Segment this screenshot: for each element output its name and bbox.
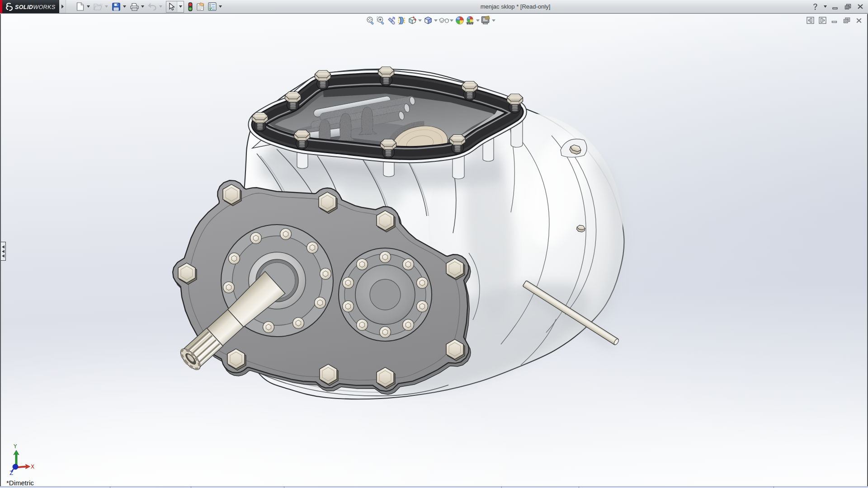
undo-button[interactable] xyxy=(147,1,157,12)
graphics-viewport[interactable]: Y X Z *Dimetric xyxy=(0,14,868,486)
help-button[interactable] xyxy=(810,2,820,12)
view-orientation-dropdown[interactable] xyxy=(417,15,423,26)
status-bar xyxy=(0,486,868,488)
triad-z-axis xyxy=(13,464,18,469)
close-button[interactable] xyxy=(855,2,865,12)
doc-close-button[interactable] xyxy=(854,16,863,24)
select-tool-group xyxy=(166,1,184,13)
new-document-dropdown[interactable] xyxy=(85,1,91,12)
doc-minimize-button[interactable] xyxy=(830,16,839,24)
headsup-toolbar xyxy=(365,14,496,26)
hide-show-items-dropdown[interactable] xyxy=(449,15,454,26)
main-toolbar xyxy=(75,0,225,13)
save-button[interactable] xyxy=(111,1,121,12)
chevron-left-icon xyxy=(2,250,5,253)
document-title: menjac sklop * [Read-only] xyxy=(432,0,599,13)
display-style-button[interactable] xyxy=(423,15,433,26)
gearbox-model[interactable] xyxy=(1,14,868,486)
reference-triad: Y X Z xyxy=(9,443,44,478)
solidworks-logo-icon: SOLIDWORKS xyxy=(4,2,57,12)
bearing-cover xyxy=(339,248,432,341)
svg-text:SOLIDWORKS: SOLIDWORKS xyxy=(15,4,56,10)
undo-dropdown[interactable] xyxy=(158,1,164,12)
pane-toggle-right-button[interactable] xyxy=(818,16,827,24)
view-settings-dropdown[interactable] xyxy=(491,15,496,26)
open-dropdown[interactable] xyxy=(104,1,109,12)
triad-y-label: Y xyxy=(13,443,17,450)
title-bar: SOLIDWORKS xyxy=(0,0,868,14)
document-window-controls xyxy=(806,16,863,24)
apply-scene-dropdown[interactable] xyxy=(475,15,481,26)
save-dropdown[interactable] xyxy=(122,1,127,12)
hide-show-items-button[interactable] xyxy=(439,15,449,26)
view-orientation-label: *Dimetric xyxy=(6,479,34,486)
minimize-button[interactable] xyxy=(830,2,840,12)
print-button[interactable] xyxy=(129,1,139,12)
restore-button[interactable] xyxy=(843,2,853,12)
options-dropdown[interactable] xyxy=(217,1,223,12)
select-tool-button[interactable] xyxy=(167,1,177,12)
previous-view-button[interactable] xyxy=(386,15,396,26)
file-properties-button[interactable] xyxy=(196,1,206,12)
zoom-to-area-button[interactable] xyxy=(376,15,386,26)
help-dropdown[interactable] xyxy=(823,2,827,12)
solidworks-logo: SOLIDWORKS xyxy=(2,0,59,13)
print-dropdown[interactable] xyxy=(140,1,146,12)
doc-restore-button[interactable] xyxy=(842,16,851,24)
select-tool-dropdown[interactable] xyxy=(178,1,184,12)
feature-tree-collapsed-tab[interactable] xyxy=(1,242,6,261)
display-style-dropdown[interactable] xyxy=(433,15,439,26)
edit-appearance-button[interactable] xyxy=(454,15,465,26)
window-controls xyxy=(810,0,865,13)
pane-toggle-left-button[interactable] xyxy=(806,16,815,24)
solidworks-window: SOLIDWORKS xyxy=(0,0,868,488)
section-view-button[interactable] xyxy=(396,15,407,26)
triad-x-label: X xyxy=(31,464,34,470)
zoom-to-fit-button[interactable] xyxy=(365,15,376,26)
triad-z-label: Z xyxy=(9,470,13,476)
chevron-left-icon xyxy=(2,254,5,258)
options-button[interactable] xyxy=(207,1,217,12)
apply-scene-button[interactable] xyxy=(465,15,475,26)
chevron-left-icon xyxy=(2,245,5,249)
view-orientation-button[interactable] xyxy=(407,15,417,26)
open-button[interactable] xyxy=(93,1,103,12)
view-settings-button[interactable] xyxy=(481,15,491,26)
new-document-button[interactable] xyxy=(75,1,85,12)
menu-flyout-arrow[interactable] xyxy=(59,0,66,13)
interference-check-button[interactable] xyxy=(185,1,195,12)
